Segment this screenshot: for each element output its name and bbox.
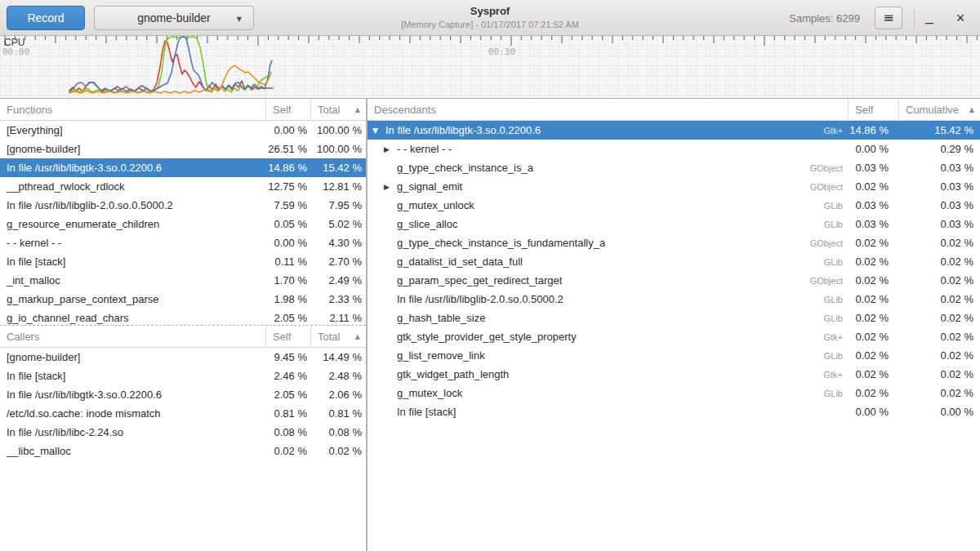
- table-row[interactable]: In file /usr/lib/libgtk-3.so.0.2200.6 2.…: [0, 385, 366, 404]
- total-column-header[interactable]: Total ▲: [310, 326, 366, 348]
- self-percent: 14.86 %: [848, 124, 898, 136]
- self-percent: 7.59 %: [265, 199, 310, 211]
- cpu-timeline[interactable]: CPU 00:00 00:30: [0, 36, 980, 99]
- library-category-label: GObject: [790, 276, 848, 286]
- total-percent: 2.49 %: [310, 274, 366, 287]
- cumulative-percent: 0.02 %: [898, 387, 980, 399]
- total-column-header[interactable]: Total ▲: [310, 99, 366, 121]
- self-percent: 14.86 %: [265, 162, 310, 174]
- self-column-header[interactable]: Self: [265, 99, 310, 121]
- self-percent: 0.00 %: [265, 124, 310, 136]
- callers-table-body: [gnome-builder] 9.45 % 14.49 % In file […: [0, 348, 366, 460]
- cumulative-percent: 0.02 %: [898, 349, 980, 362]
- expander-icon[interactable]: ▶: [384, 145, 397, 153]
- caller-name: __libc_malloc: [7, 445, 71, 457]
- self-percent: 0.02 %: [848, 256, 898, 268]
- table-row[interactable]: [Everything] 0.00 % 100.00 %: [0, 121, 366, 140]
- library-category-label: GLib: [790, 257, 848, 267]
- table-row[interactable]: In file [stack] 0.00 % 0.00 %: [368, 402, 980, 421]
- table-row[interactable]: - - kernel - - 0.00 % 4.30 %: [0, 233, 366, 252]
- cumulative-percent: 0.03 %: [898, 218, 980, 230]
- table-row[interactable]: [gnome-builder] 9.45 % 14.49 %: [0, 348, 366, 367]
- total-percent: 0.02 %: [310, 445, 366, 457]
- self-percent: 0.08 %: [265, 426, 310, 438]
- library-category-label: GLib: [790, 295, 848, 304]
- table-row[interactable]: ▶g_signal_emit GObject 0.02 % 0.03 %: [368, 177, 980, 196]
- function-name: g_io_channel_read_chars: [7, 312, 129, 324]
- self-percent: 0.03 %: [848, 218, 898, 230]
- library-category-label: GObject: [790, 182, 848, 192]
- table-row[interactable]: [gnome-builder] 26.51 % 100.00 %: [0, 140, 366, 158]
- table-row[interactable]: g_resource_enumerate_children 0.05 % 5.0…: [0, 215, 366, 233]
- cumulative-column-label: Cumulative: [906, 104, 959, 116]
- table-row[interactable]: __libc_malloc 0.02 % 0.02 %: [0, 442, 366, 460]
- library-category-label: GLib: [790, 389, 848, 398]
- table-row[interactable]: g_list_remove_link GLib 0.02 % 0.02 %: [368, 346, 980, 365]
- table-row[interactable]: g_datalist_id_set_data_full GLib 0.02 % …: [368, 252, 980, 271]
- table-row[interactable]: In file [stack] 0.11 % 2.70 %: [0, 252, 366, 271]
- descendant-name: g_type_check_instance_is_a: [397, 162, 533, 174]
- table-row[interactable]: gtk_style_provider_get_style_property Gt…: [368, 327, 980, 346]
- header-bar: Record gnome-builder ▼ Sysprof [Memory C…: [0, 0, 980, 36]
- table-row[interactable]: g_slice_alloc GLib 0.03 % 0.03 %: [368, 215, 980, 233]
- table-row[interactable]: __pthread_rwlock_rdlock 12.75 % 12.81 %: [0, 177, 366, 196]
- descendant-name: g_datalist_id_set_data_full: [397, 256, 523, 268]
- self-percent: 26.51 %: [265, 143, 310, 155]
- cumulative-column-header[interactable]: Cumulative ▲: [898, 99, 980, 121]
- chevron-down-icon: ▼: [237, 16, 242, 23]
- table-row[interactable]: g_hash_table_size GLib 0.02 % 0.02 %: [368, 309, 980, 327]
- callers-column-header[interactable]: Callers: [0, 326, 265, 348]
- descendant-name: g_mutex_unlock: [397, 199, 474, 211]
- total-percent: 2.06 %: [310, 389, 366, 401]
- timeline-start-label: 00:00: [2, 47, 29, 57]
- library-category-label: Gtk+: [790, 370, 848, 380]
- cumulative-percent: 0.02 %: [898, 293, 980, 305]
- descendant-name: g_signal_emit: [397, 180, 462, 193]
- table-row[interactable]: In file /usr/lib/libc-2.24.so 0.08 % 0.0…: [0, 423, 366, 442]
- caller-name: In file /usr/lib/libgtk-3.so.0.2200.6: [7, 389, 162, 401]
- descendants-table-body: ▼In file /usr/lib/libgtk-3.so.0.2200.6 G…: [368, 121, 980, 421]
- record-button[interactable]: Record: [7, 6, 85, 30]
- function-name: g_markup_parse_context_parse: [7, 293, 158, 305]
- table-row[interactable]: g_mutex_unlock GLib 0.03 % 0.03 %: [368, 196, 980, 215]
- menu-button[interactable]: ≡: [875, 7, 902, 29]
- self-percent: 0.03 %: [848, 162, 898, 174]
- close-button[interactable]: ×: [946, 0, 975, 36]
- self-percent: 0.02 %: [848, 274, 898, 287]
- self-percent: 0.02 %: [848, 293, 898, 305]
- self-percent: 0.00 %: [265, 237, 310, 249]
- self-percent: 0.02 %: [848, 387, 898, 399]
- self-percent: 2.05 %: [265, 389, 310, 401]
- total-percent: 7.95 %: [310, 199, 366, 211]
- table-row[interactable]: g_param_spec_get_redirect_target GObject…: [368, 271, 980, 290]
- table-row[interactable]: ▼In file /usr/lib/libgtk-3.so.0.2200.6 G…: [368, 121, 980, 140]
- table-row[interactable]: In file /usr/lib/libgtk-3.so.0.2200.6 14…: [0, 158, 366, 177]
- caller-name: /etc/ld.so.cache: inode mismatch: [7, 407, 161, 420]
- self-percent: 0.02 %: [848, 180, 898, 193]
- process-selector-dropdown[interactable]: gnome-builder ▼: [94, 6, 254, 30]
- expander-icon[interactable]: ▼: [372, 127, 385, 135]
- table-row[interactable]: g_mutex_lock GLib 0.02 % 0.02 %: [368, 384, 980, 402]
- library-category-label: Gtk+: [790, 126, 848, 136]
- table-row[interactable]: g_markup_parse_context_parse 1.98 % 2.33…: [0, 290, 366, 309]
- total-column-label: Total: [318, 331, 340, 343]
- self-column-header[interactable]: Self: [265, 326, 310, 348]
- table-row[interactable]: gtk_widget_path_length Gtk+ 0.02 % 0.02 …: [368, 365, 980, 384]
- table-row[interactable]: _int_malloc 1.70 % 2.49 %: [0, 271, 366, 290]
- function-name: [Everything]: [7, 124, 63, 136]
- cumulative-percent: 0.00 %: [898, 406, 980, 418]
- table-row[interactable]: ▶- - kernel - - 0.00 % 0.29 %: [368, 140, 980, 158]
- table-row[interactable]: In file [stack] 2.46 % 2.48 %: [0, 367, 366, 385]
- descendants-column-header[interactable]: Descendants: [368, 99, 848, 121]
- functions-column-header[interactable]: Functions: [0, 99, 265, 121]
- minimize-button[interactable]: –: [915, 0, 944, 36]
- total-percent: 14.49 %: [310, 351, 366, 363]
- table-row[interactable]: g_type_check_instance_is_fundamentally_a…: [368, 233, 980, 252]
- table-row[interactable]: g_type_check_instance_is_a GObject 0.03 …: [368, 158, 980, 177]
- table-row[interactable]: /etc/ld.so.cache: inode mismatch 0.81 % …: [0, 404, 366, 423]
- expander-icon[interactable]: ▶: [384, 183, 397, 191]
- self-column-header[interactable]: Self: [848, 99, 898, 121]
- function-name: [gnome-builder]: [7, 143, 80, 155]
- table-row[interactable]: In file /usr/lib/libglib-2.0.so.0.5000.2…: [0, 196, 366, 215]
- table-row[interactable]: In file /usr/lib/libglib-2.0.so.0.5000.2…: [368, 290, 980, 309]
